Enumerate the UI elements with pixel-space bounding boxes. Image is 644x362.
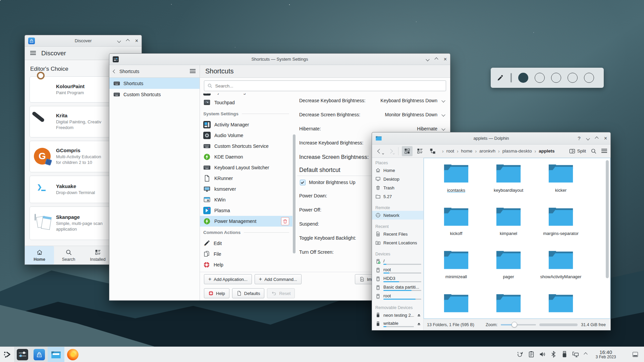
discover-titlebar[interactable]: Discover × [25,35,142,47]
defaults-button[interactable]: Defaults [232,288,265,298]
close-icon[interactable]: × [135,38,138,44]
folder-item-kimpanel[interactable]: kimpanel [482,205,535,242]
folder-item-kicker[interactable]: kicker [535,162,587,199]
breadcrumb-root[interactable]: root [446,148,454,154]
device-root-fs[interactable]: / [372,257,423,266]
tray-volume-icon[interactable] [539,351,546,358]
list-item-file[interactable]: File [200,249,292,259]
device-hdd3[interactable]: HDD3 [372,275,423,283]
system-settings-titlebar[interactable]: Shortcuts — System Settings × [109,54,450,65]
nav-search[interactable]: Search [54,246,83,264]
list-item-kwin[interactable]: KWin [200,194,292,205]
removable-writable[interactable]: writable [372,319,423,328]
menu-icon[interactable] [601,149,607,153]
view-scrollbar[interactable] [606,160,609,278]
icons-view-button[interactable] [402,146,413,156]
place-desktop[interactable]: Desktop [372,175,423,183]
search-icon[interactable] [591,148,597,154]
minimize-icon[interactable] [117,39,121,43]
folder-item-partial-2[interactable] [482,291,535,319]
back-label[interactable]: Shortcuts [119,69,139,74]
removable-neon-testing[interactable]: neon testing 2... [372,311,423,319]
sidebar-item-custom-shortcuts[interactable]: Custom Shortcuts [109,89,200,100]
details-view-button[interactable] [415,146,425,156]
breadcrumb-plasma-desktop[interactable]: plasma-deskto [502,148,532,154]
maximize-icon[interactable] [595,136,598,140]
tray-updates-icon[interactable] [517,351,524,358]
color-swatch-selected[interactable] [518,73,528,83]
color-swatch-empty-3[interactable] [568,73,578,83]
folder-item-partial-1[interactable] [430,291,482,319]
folder-item-kickoff[interactable]: kickoff [430,205,482,242]
minimize-icon[interactable] [426,57,429,61]
folder-item-margins-separator[interactable]: margins-separator [535,205,587,242]
list-item-kde-daemon[interactable]: KDE Daemon [200,152,292,162]
nav-home[interactable]: Home [25,246,54,264]
breadcrumb-aronkvh[interactable]: aronkvh [479,148,495,154]
place-network[interactable]: Network [372,211,423,220]
device-root1[interactable]: root [372,266,423,275]
list-item-power-management[interactable]: Power Management [200,216,292,227]
breadcrumb-applets[interactable]: applets [539,148,554,154]
maximize-icon[interactable] [126,39,129,43]
folder-item-pager[interactable]: pager [482,248,535,286]
place-recent-files[interactable]: Recent Files [372,230,423,238]
dolphin-titlebar[interactable]: applets — Dolphin ? × [372,132,610,144]
list-scrollbar[interactable] [293,134,296,253]
chevron-down-icon[interactable] [441,127,445,130]
folder-item-minimizeall[interactable]: minimizeall [430,248,482,286]
place-recent-locations[interactable]: Recent Locations [372,238,423,247]
zoom-slider-knob[interactable] [512,322,517,327]
folder-item-showactivitymanager[interactable]: showActivityManager [535,248,587,286]
nav-installed[interactable]: Installed [83,246,112,264]
tree-view-button[interactable] [427,146,438,156]
folder-item-icontasks[interactable]: icontasks [430,162,482,199]
menu-icon[interactable] [190,69,196,73]
zoom-slider[interactable] [501,324,536,325]
app-launcher-button[interactable] [0,347,14,362]
folder-item-partial-3[interactable] [535,291,587,319]
search-input[interactable] [215,83,443,88]
show-desktop-button[interactable] [633,352,638,357]
list-item-ksmserver[interactable]: ksmserver [200,184,292,194]
close-icon[interactable]: × [604,136,607,141]
help-button[interactable]: Help [204,288,229,298]
eject-icon[interactable] [417,321,421,326]
list-item-keyboard-layout-switcher[interactable]: Keyboard Layout Switcher [200,162,292,173]
color-swatch-empty-2[interactable] [551,73,561,83]
minimize-icon[interactable] [586,136,590,140]
list-item-help[interactable]: Help [200,259,292,270]
checkbox-checked-icon[interactable] [300,180,306,185]
search-field[interactable] [204,80,446,91]
task-firefox[interactable] [64,347,81,362]
task-system-settings[interactable] [14,347,31,362]
place-527[interactable]: 5.27 [372,192,423,201]
list-item-audio-volume[interactable]: Audio Volume [200,130,292,141]
add-application-button[interactable]: + Add Application... [204,274,252,284]
add-command-button[interactable]: + Add Command... [255,274,302,284]
chevron-down-icon[interactable] [441,99,445,102]
chevron-down-icon[interactable] [441,113,445,116]
place-trash[interactable]: Trash [372,183,423,192]
tray-bluetooth-icon[interactable] [550,351,557,358]
list-item-custom-shortcuts-service[interactable]: Custom Shortcuts Service [200,141,292,152]
place-home[interactable]: Home [372,166,423,175]
color-swatch-empty-4[interactable] [584,73,594,83]
help-icon[interactable]: ? [578,136,580,141]
digital-clock[interactable]: 16:40 3 Feb 2023 [592,349,620,360]
color-swatch-empty-1[interactable] [535,73,545,83]
eject-icon[interactable] [417,313,421,317]
list-item-edit[interactable]: Edit [200,238,292,249]
sidebar-item-shortcuts[interactable]: Shortcuts [109,78,200,89]
folder-item-keyboardlayout[interactable]: keyboardlayout [482,162,535,199]
split-button[interactable]: Split [569,148,586,154]
tray-expand-icon[interactable] [584,353,587,356]
tray-clipboard-icon[interactable] [528,351,535,358]
back-button[interactable] [375,147,384,156]
back-icon[interactable] [113,69,116,73]
color-picker-icon[interactable] [497,74,504,81]
tray-usb-device-icon[interactable] [561,351,568,358]
list-item-plasma[interactable]: Plasma [200,205,292,216]
forward-button[interactable] [386,147,395,156]
task-dolphin[interactable] [48,347,64,362]
